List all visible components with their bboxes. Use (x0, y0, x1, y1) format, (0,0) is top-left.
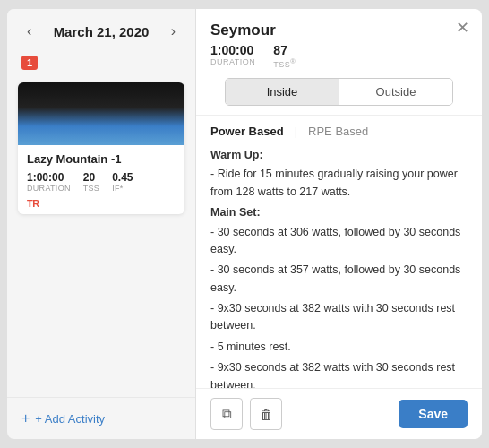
if-stat: 0.45 IF* (112, 171, 133, 193)
main-set-title: Main Set: (210, 204, 468, 221)
right-tss-stat: 87 TSS® (273, 43, 296, 69)
copy-button[interactable]: ⧉ (210, 398, 243, 430)
tss-stat: 20 TSS (83, 171, 99, 193)
duration-label: DURATION (27, 184, 71, 193)
copy-icon: ⧉ (222, 406, 232, 422)
calendar-header: ‹ March 21, 2020 › (7, 9, 195, 50)
main-line-3: - 5 minutes rest. (210, 339, 468, 356)
prev-month-button[interactable]: ‹ (21, 22, 37, 41)
trash-icon: 🗑 (260, 407, 273, 422)
warmup-title: Warm Up: (210, 147, 468, 164)
modal-overlay: ‹ March 21, 2020 › 1 Lazy Mountain -1 1:… (0, 0, 489, 448)
close-button[interactable]: ✕ (456, 20, 469, 36)
left-panel: ‹ March 21, 2020 › 1 Lazy Mountain -1 1:… (7, 9, 195, 439)
rpe-based-tab[interactable]: RPE Based (299, 125, 368, 138)
right-tss-label: TSS® (273, 57, 296, 69)
right-footer: ⧉ 🗑 Save (196, 388, 482, 439)
add-activity-button[interactable]: + + Add Activity (7, 397, 195, 439)
header-stats: 1:00:00 DURATION 87 TSS® (210, 43, 468, 69)
workout-image (18, 82, 184, 145)
right-duration-stat: 1:00:00 DURATION (210, 43, 255, 69)
duration-value: 1:00:00 (27, 171, 71, 184)
tss-sup: ® (290, 57, 296, 65)
tr-logo: TR (27, 198, 176, 209)
power-based-tab[interactable]: Power Based (210, 125, 293, 138)
tab-inside[interactable]: Inside (226, 79, 339, 105)
workout-card[interactable]: Lazy Mountain -1 1:00:00 DURATION 20 TSS… (18, 82, 184, 214)
main-line-2: - 9x30 seconds at 382 watts with 30 seco… (210, 300, 468, 335)
warmup-text: - Ride for 15 minutes gradually raising … (210, 166, 468, 201)
if-value: 0.45 (112, 171, 133, 184)
week-number-badge: 1 (21, 56, 38, 70)
save-button[interactable]: Save (399, 400, 468, 428)
main-line-1: - 30 seconds at 357 watts, followed by 3… (210, 262, 468, 297)
add-activity-label: + Add Activity (35, 412, 105, 426)
calendar-title: March 21, 2020 (54, 24, 150, 39)
week-number-row: 1 (7, 50, 195, 75)
main-line-0: - 30 seconds at 306 watts, followed by 3… (210, 224, 468, 259)
add-icon: + (21, 410, 30, 426)
right-header: ✕ Seymour 1:00:00 DURATION 87 TSS® Insid… (196, 9, 482, 116)
main-line-4: - 9x30 seconds at 382 watts with 30 seco… (210, 359, 468, 388)
right-panel: ✕ Seymour 1:00:00 DURATION 87 TSS® Insid… (195, 9, 482, 439)
right-workout-title: Seymour (210, 22, 468, 39)
duration-stat: 1:00:00 DURATION (27, 171, 71, 193)
tss-value: 20 (83, 171, 99, 184)
workout-stats: 1:00:00 DURATION 20 TSS 0.45 IF* (27, 171, 176, 193)
workout-description: Warm Up: - Ride for 15 minutes gradually… (196, 143, 482, 388)
right-tss-value: 87 (273, 43, 296, 57)
tab-outside[interactable]: Outside (339, 79, 452, 105)
if-label: IF* (112, 184, 133, 193)
next-month-button[interactable]: › (166, 22, 181, 41)
workout-info: Lazy Mountain -1 1:00:00 DURATION 20 TSS… (18, 145, 184, 214)
right-duration-value: 1:00:00 (210, 43, 255, 57)
tss-label: TSS (83, 184, 99, 193)
delete-button[interactable]: 🗑 (250, 398, 282, 430)
right-duration-label: DURATION (210, 57, 255, 66)
power-rpe-tabs: Power Based | RPE Based (196, 116, 482, 143)
tab-divider: | (295, 125, 297, 138)
workout-name: Lazy Mountain -1 (27, 152, 176, 166)
footer-actions: ⧉ 🗑 (210, 398, 282, 430)
inside-outside-tabs: Inside Outside (225, 78, 453, 106)
